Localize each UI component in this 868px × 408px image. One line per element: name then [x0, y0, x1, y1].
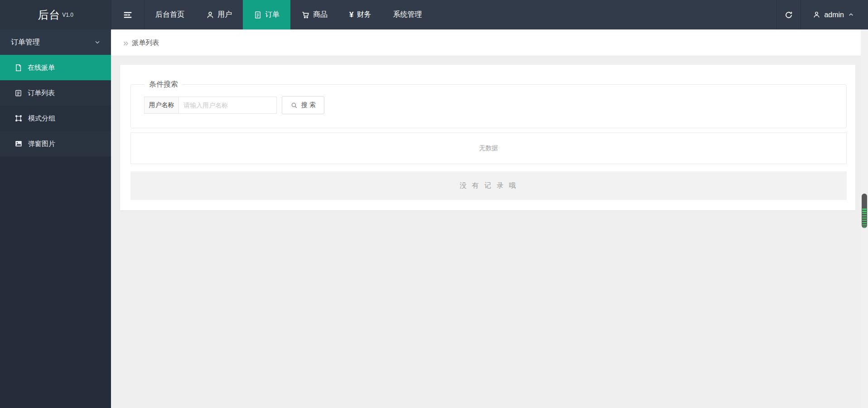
yen-icon: ¥ [349, 11, 353, 19]
app-version: V1.0 [62, 12, 73, 18]
nav-item-orders[interactable]: 订单 [243, 0, 290, 29]
no-record-bar: 没 有 记 录 哦 [130, 171, 847, 200]
topbar-right: admin [776, 0, 868, 29]
refresh-button[interactable] [776, 0, 801, 29]
sidebar-item-label: 模式分组 [28, 114, 55, 123]
chevron-up-icon [848, 11, 854, 18]
nav-item-label: 订单 [265, 10, 280, 19]
nav-item-system[interactable]: 系统管理 [382, 0, 433, 29]
user-icon [813, 11, 820, 19]
app-logo: 后台 V1.0 [0, 0, 111, 29]
object-group-icon [14, 114, 23, 122]
top-nav: 后台首页 用户 订单 商 [145, 0, 433, 29]
nav-item-home[interactable]: 后台首页 [145, 0, 195, 29]
nav-item-goods[interactable]: 商品 [290, 0, 338, 29]
user-icon [206, 11, 214, 19]
search-form: 用户名称 搜 索 [144, 97, 324, 114]
nav-item-label: 财务 [357, 10, 371, 19]
breadcrumb: » 派单列表 [111, 29, 861, 56]
page-icon [14, 64, 22, 72]
image-icon [14, 140, 23, 148]
empty-table-area: 无数据 [130, 132, 847, 164]
nav-item-label: 系统管理 [393, 10, 422, 19]
refresh-icon [784, 10, 793, 19]
sidebar-item-label: 在线派单 [28, 63, 55, 72]
top-bar: 后台 V1.0 后台首页 用户 [0, 0, 868, 29]
vertical-scrollbar-thumb[interactable] [862, 194, 867, 228]
scrollbar-stripes [862, 209, 867, 228]
nav-item-finance[interactable]: ¥ 财务 [338, 0, 382, 29]
nav-item-users[interactable]: 用户 [195, 0, 243, 29]
document-icon [254, 11, 262, 19]
empty-table-text: 无数据 [479, 144, 498, 152]
search-button-label: 搜 索 [301, 101, 316, 109]
user-name: admin [824, 11, 844, 19]
app-title: 后台 [38, 8, 60, 22]
content-card: 条件搜索 用户名称 搜 索 无数据 没 有 记 录 哦 [120, 65, 855, 210]
sidebar-group-order-management[interactable]: 订单管理 [0, 29, 111, 55]
sidebar: 订单管理 在线派单 订单列表 [0, 29, 111, 408]
nav-item-label: 用户 [217, 10, 232, 19]
username-input[interactable] [179, 97, 277, 114]
nav-item-label: 后台首页 [155, 10, 184, 19]
main-content: » 派单列表 条件搜索 用户名称 搜 索 无数据 没 有 记 录 哦 [111, 29, 861, 408]
chevron-down-icon [94, 39, 101, 46]
menu-collapse-icon [123, 10, 133, 20]
sidebar-collapse-button[interactable] [111, 0, 145, 29]
sidebar-item-online-dispatch[interactable]: 在线派单 [0, 55, 111, 80]
user-menu[interactable]: admin [801, 0, 868, 29]
sidebar-item-label: 弹窗图片 [28, 140, 55, 148]
sidebar-group-label: 订单管理 [11, 38, 40, 47]
vertical-scrollbar-track[interactable] [861, 29, 868, 408]
breadcrumb-title: 派单列表 [132, 39, 159, 47]
sidebar-item-order-list[interactable]: 订单列表 [0, 80, 111, 106]
breadcrumb-separator-icon: » [123, 38, 128, 47]
no-record-text: 没 有 记 录 哦 [460, 181, 518, 190]
sidebar-item-mode-group[interactable]: 模式分组 [0, 106, 111, 131]
search-panel-legend: 条件搜索 [145, 79, 183, 90]
sidebar-item-label: 订单列表 [28, 89, 55, 97]
nav-item-label: 商品 [313, 10, 328, 19]
cart-icon [301, 10, 310, 19]
list-form-icon [14, 89, 22, 97]
search-button[interactable]: 搜 索 [282, 96, 324, 114]
username-field-label: 用户名称 [144, 97, 179, 114]
sidebar-item-popup-image[interactable]: 弹窗图片 [0, 131, 111, 156]
magnifier-icon [290, 102, 298, 109]
